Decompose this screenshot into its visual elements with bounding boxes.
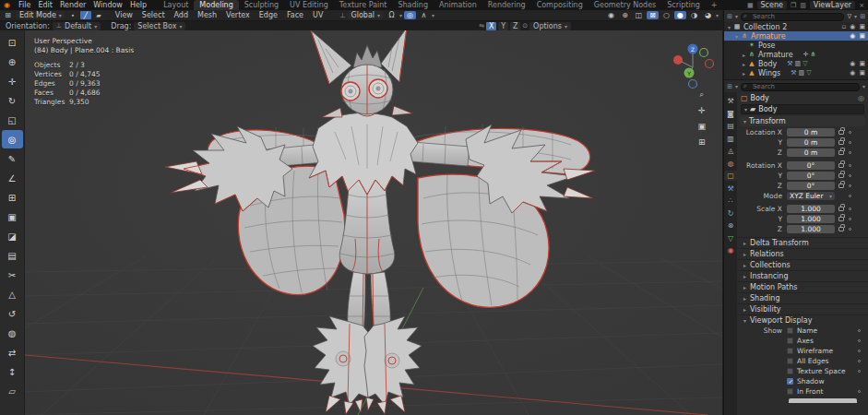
lock-icon[interactable] [838,130,844,135]
snap-magnet-icon[interactable]: Ω [386,11,398,19]
tool-knife[interactable]: ✂ [2,266,23,284]
pin-icon[interactable]: ◎ [858,94,864,102]
tab-object[interactable]: ▢ [724,171,737,181]
menu-uv[interactable]: UV [309,11,327,19]
mirror-y-button[interactable]: Y [498,22,508,30]
falloff-dropdown[interactable]: ∧ [418,11,430,19]
outliner-search[interactable]: ⌕ [741,12,845,20]
panel-viewport-display[interactable]: ▾Viewport Display [737,314,868,326]
tab-scripting[interactable]: Scripting [661,0,706,10]
location-y-field[interactable]: 0 m [787,138,835,147]
panel-delta-transform[interactable]: ▸Delta Transform [737,237,868,248]
tool-poly-build[interactable]: △ [2,285,23,303]
menu-render[interactable]: Render [56,1,89,9]
xray-toggle[interactable]: ⊠ [647,11,659,19]
panel-relations[interactable]: ▸Relations [737,248,868,259]
tab-compositing[interactable]: Compositing [531,0,589,10]
animate-dot[interactable] [849,208,851,210]
options-dropdown[interactable]: Options▾ [529,22,571,30]
editor-type-button[interactable]: ⊞ [727,13,732,20]
menu-face[interactable]: Face [283,11,307,19]
tool-extrude-region[interactable]: ⊞ [2,188,23,207]
tool-move[interactable]: ✛ [2,72,23,90]
transform-orientation-dropdown[interactable]: Global▾ [347,11,384,19]
animate-dot[interactable] [849,218,851,220]
display-as-field-partial[interactable] [789,398,857,403]
perspective-toggle-icon[interactable]: ⊞ [697,137,706,147]
lock-icon[interactable] [838,140,844,145]
viewlayer-remove-icon[interactable]: × [859,2,864,9]
viewlayer-selector[interactable]: ViewLayer [810,1,855,9]
panel-instancing[interactable]: ▸Instancing [737,270,868,281]
menu-file[interactable]: File [15,1,34,9]
outliner-row-pose[interactable]: ✶ Pose [724,41,868,50]
tab-texture-paint[interactable]: Texture Paint [334,0,393,10]
animate-dot[interactable] [858,390,861,393]
camera-icon[interactable]: ▣ [859,32,865,40]
tool-smooth[interactable]: ◍ [2,324,23,342]
lock-icon[interactable] [838,163,844,168]
tab-rendering[interactable]: Rendering [482,0,531,10]
animate-dot[interactable] [858,360,861,362]
drag-value-dropdown[interactable]: Select Box▾ [134,22,185,30]
tab-modeling[interactable]: Modeling [194,0,238,10]
menu-vertex[interactable]: Vertex [222,11,254,19]
rotation-x-field[interactable]: 0° [787,161,835,170]
mode-dropdown[interactable]: Edit Mode▾ [16,11,65,19]
texture-space-checkbox[interactable] [787,368,793,374]
lock-icon[interactable] [838,207,844,211]
scene-selector[interactable]: Scene [757,1,787,9]
tab-world[interactable]: ◍ [724,159,737,169]
panel-motion-paths[interactable]: ▸Motion Paths [737,281,868,292]
eye-icon[interactable]: ◉ [850,69,855,77]
location-z-field[interactable]: 0 m [787,148,835,157]
animate-dot[interactable] [858,329,861,332]
tab-sculpting[interactable]: Sculpting [239,0,284,10]
menu-edit[interactable]: Edit [34,1,56,9]
animate-dot[interactable] [849,228,851,231]
vertex-select-button[interactable]: ∙ [67,11,78,19]
editor-type-button[interactable]: ⊞ [2,11,14,19]
mirror-x-button[interactable]: X [486,22,496,30]
rotation-mode-dropdown[interactable]: XYZ Euler▾ [787,192,835,200]
animate-dot[interactable] [849,184,851,187]
animate-dot[interactable] [858,370,861,373]
menu-view[interactable]: View [112,11,137,19]
name-checkbox[interactable] [787,327,793,334]
tool-shear[interactable]: ▱ [2,382,23,400]
panel-collections[interactable]: ▸Collections [737,259,868,270]
panel-visibility[interactable]: ▸Visibility [737,303,868,314]
outliner-row-body[interactable]: ▸ ▲ Body ⚒ ▥ ▽ ◉▣ [724,59,868,68]
tool-spin[interactable]: ↺ [2,304,23,323]
properties-search[interactable]: ⌕ [741,82,860,90]
eye-icon[interactable]: ◉ [850,23,855,30]
tab-output[interactable]: ▤ [724,121,737,131]
tool-scale[interactable]: ◱ [2,111,23,129]
editor-type-button[interactable]: ⊞ [727,83,732,90]
shadow-checkbox[interactable] [787,378,793,385]
rotation-y-field[interactable]: 0° [787,172,835,180]
shading-solid-button[interactable]: ● [674,11,686,19]
tab-view-layer[interactable]: ▥ [724,134,737,144]
camera-icon[interactable]: ▣ [859,69,865,77]
tab-modifiers[interactable]: ⚒ [724,184,737,194]
menu-edge[interactable]: Edge [256,11,281,19]
menu-add[interactable]: Add [171,11,193,19]
shading-material-button[interactable]: ◑ [688,11,700,19]
show-object-types-dropdown[interactable]: ◉ [605,11,617,19]
object-name-field[interactable]: ▾ ▰ Body [741,104,864,114]
animate-dot[interactable] [849,141,851,144]
tool-select-box[interactable]: ⊡ [2,33,23,52]
lock-icon[interactable] [838,227,844,231]
shading-rendered-button[interactable]: ◕ [702,11,714,19]
animate-dot[interactable] [858,339,861,342]
new-collection-icon[interactable]: ⊞ [860,13,865,20]
camera-icon[interactable]: ▣ [859,23,865,30]
camera-icon[interactable]: ▣ [859,60,865,67]
animate-dot[interactable] [849,174,851,177]
menu-mesh[interactable]: Mesh [194,11,220,19]
camera-view-icon[interactable]: ▣ [697,122,706,131]
tab-uv-editing[interactable]: UV Editing [284,0,334,10]
viewport-canvas[interactable]: Z Y User Perspective (84) Body | Plane.0… [25,30,722,415]
tab-geometry-nodes[interactable]: Geometry Nodes [589,0,661,10]
